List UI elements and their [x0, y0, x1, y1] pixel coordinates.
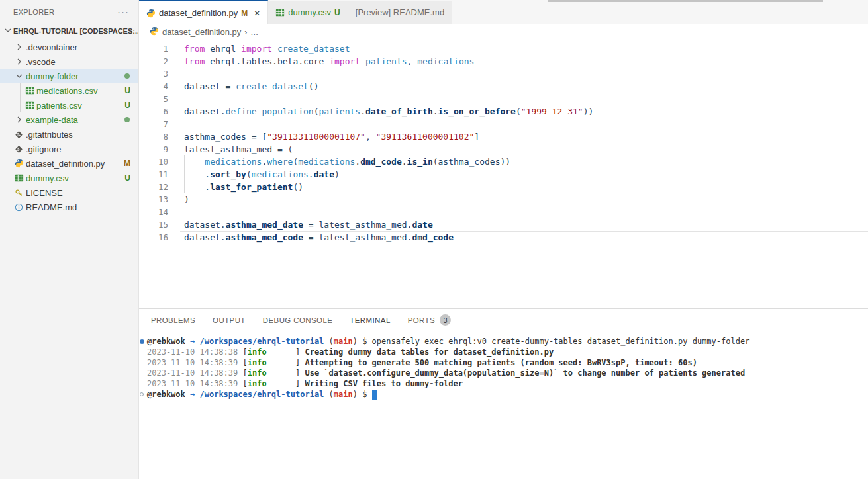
tab-dummy-csv[interactable]: dummy.csvU [268, 1, 348, 24]
tree-item-label: dummy-folder [26, 71, 78, 81]
command-pending-icon [140, 392, 144, 396]
code-line-14[interactable]: 14 [139, 206, 868, 218]
python-icon [150, 26, 159, 38]
panel-tab-label: PORTS [408, 316, 435, 324]
project-root-row[interactable]: EHRQL-TUTORIAL [CODESPACES:... [0, 22, 138, 40]
code-text: dataset = create_dataset() [168, 81, 319, 91]
tree-item--gitignore[interactable]: .gitignore [0, 142, 138, 156]
panel-tab-output[interactable]: OUTPUT [213, 309, 246, 331]
project-root-label: EHRQL-TUTORIAL [CODESPACES:... [13, 27, 138, 35]
explorer-more-actions-icon[interactable]: ··· [117, 9, 129, 15]
line-number: 5 [139, 93, 168, 105]
tree-item-label: medications.csv [36, 86, 97, 96]
git-status-badge: U [124, 86, 130, 95]
code-text: .sort_by(medications.date) [168, 169, 340, 179]
git-status-badge: M [124, 159, 130, 168]
code-line-13[interactable]: 13) [139, 193, 868, 206]
explorer-title: EXPLORER [13, 8, 54, 16]
code-line-1[interactable]: 1from ehrql import create_dataset [139, 42, 868, 55]
tree-item-example-data[interactable]: example-data [0, 112, 138, 127]
tree-item--devcontainer[interactable]: .devcontainer [0, 40, 138, 54]
panel-tab-terminal[interactable]: TERMINAL [350, 309, 390, 331]
code-text: from ehrql.tables.beta.core import patie… [168, 56, 474, 66]
code-line-7[interactable]: 7 [139, 118, 868, 130]
tree-item-patients-csv[interactable]: patients.csvU [0, 98, 138, 112]
command-decoration-filled[interactable] [140, 339, 147, 344]
breadcrumb-more[interactable]: … [250, 28, 258, 37]
git-status-badge: M [241, 9, 248, 18]
line-number: 6 [139, 105, 168, 118]
chevron-down-icon [3, 25, 13, 37]
code-text: .last_for_patient() [168, 182, 303, 192]
code-line-5[interactable]: 5 [139, 93, 868, 105]
tree-item-dataset-definition-py[interactable]: dataset_definition.pyM [0, 156, 138, 171]
code-line-15[interactable]: 15dataset.asthma_med_date = latest_asthm… [139, 218, 868, 231]
code-line-3[interactable]: 3 [139, 67, 868, 80]
line-number: 3 [139, 67, 168, 80]
csv-icon [24, 100, 35, 110]
indent-guide [20, 83, 21, 98]
code-line-12[interactable]: 12 .last_for_patient() [139, 181, 868, 193]
panel-tab-label: DEBUG CONSOLE [263, 316, 333, 324]
code-line-9[interactable]: 9latest_asthma_med = ( [139, 143, 868, 155]
line-number: 1 [139, 42, 168, 55]
tree-item-dummy-csv[interactable]: dummy.csvU [0, 171, 138, 185]
panel-tab-debug-console[interactable]: DEBUG CONSOLE [263, 309, 333, 331]
info-icon [13, 202, 24, 212]
code-line-16[interactable]: 16dataset.asthma_med_code = latest_asthm… [139, 231, 868, 243]
close-icon[interactable]: ✕ [254, 9, 260, 18]
panel-tab-label: OUTPUT [213, 316, 246, 324]
explorer-header: EXPLORER ··· [0, 0, 138, 22]
tree-item-license[interactable]: LICENSE [0, 185, 138, 200]
code-line-6[interactable]: 6dataset.define_population(patients.date… [139, 105, 868, 118]
indent-guide [20, 98, 21, 112]
tree-item-readme-md[interactable]: README.md [0, 200, 138, 214]
line-number: 11 [139, 168, 168, 181]
code-line-10[interactable]: 10 medications.where(medications.dmd_cod… [139, 155, 868, 168]
tabbar-scrollbar[interactable] [548, 0, 823, 2]
code-line-2[interactable]: 2from ehrql.tables.beta.core import pati… [139, 55, 868, 67]
tree-item-medications-csv[interactable]: medications.csvU [0, 83, 138, 98]
panel-tab-bar: PROBLEMSOUTPUTDEBUG CONSOLETERMINALPORTS… [139, 309, 868, 331]
breadcrumb-file[interactable]: dataset_definition.py [162, 27, 241, 37]
code-line-8[interactable]: 8asthma_codes = ["39113311000001107", "3… [139, 130, 868, 143]
line-number: 13 [139, 193, 168, 206]
tree-item-dummy-folder[interactable]: dummy-folder [0, 69, 138, 83]
line-number: 10 [139, 155, 168, 168]
tree-item-label: dataset_definition.py [26, 159, 105, 169]
code-text: ) [168, 195, 189, 204]
breadcrumb[interactable]: dataset_definition.py › … [139, 24, 868, 40]
indent-guide [184, 181, 185, 193]
terminal-line: 2023-11-10 14:38:39 [info ] Use `dataset… [140, 368, 868, 378]
code-editor[interactable]: 1from ehrql import create_dataset2from e… [139, 40, 868, 308]
code-text: dataset.asthma_med_date = latest_asthma_… [168, 220, 433, 230]
terminal[interactable]: @rebkwok → /workspaces/ehrql-tutorial (m… [139, 331, 868, 400]
ports-count-badge: 3 [440, 314, 451, 326]
line-number: 16 [139, 231, 168, 243]
tree-item-label: .gitignore [26, 144, 61, 154]
git-status-badge: U [124, 101, 130, 110]
tree-item--vscode[interactable]: .vscode [0, 54, 138, 69]
tree-item-label: README.md [26, 202, 77, 212]
code-text: latest_asthma_med = ( [168, 144, 293, 154]
git-status-badge: U [334, 8, 340, 17]
panel-tab-ports[interactable]: PORTS3 [408, 309, 451, 331]
tab-dataset-definition-py[interactable]: dataset_definition.pyM✕ [139, 0, 268, 24]
tab--preview-readme-md[interactable]: [Preview] README.md [348, 1, 452, 24]
code-text [168, 94, 184, 104]
tree-item--gitattributes[interactable]: .gitattributes [0, 127, 138, 142]
panel-tab-label: PROBLEMS [151, 316, 195, 324]
line-number: 15 [139, 218, 168, 231]
line-number: 14 [139, 206, 168, 218]
panel-tab-problems[interactable]: PROBLEMS [151, 309, 195, 331]
terminal-line: 2023-11-10 14:38:39 [info ] Writing CSV … [140, 378, 868, 389]
command-decoration-hollow[interactable] [140, 392, 147, 396]
code-line-11[interactable]: 11 .sort_by(medications.date) [139, 168, 868, 181]
command-success-icon [140, 339, 144, 344]
chevron-right-icon [13, 42, 24, 52]
indent-guide [184, 168, 185, 181]
code-line-4[interactable]: 4dataset = create_dataset() [139, 80, 868, 93]
tab-label: [Preview] README.md [356, 7, 444, 17]
key-icon [13, 187, 24, 198]
code-text: dataset.define_population(patients.date_… [168, 107, 593, 116]
